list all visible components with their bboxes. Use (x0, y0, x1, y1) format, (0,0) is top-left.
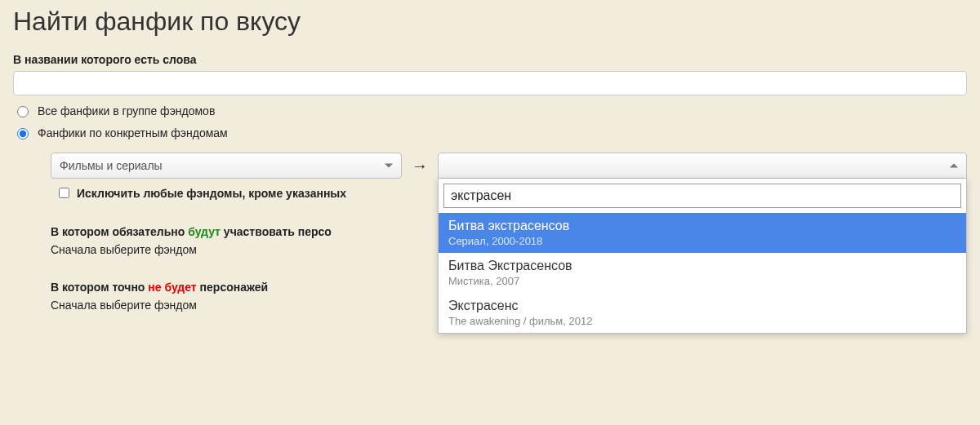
page-title: Найти фанфик по вкусу (13, 7, 967, 37)
not-emph: не будет (148, 281, 196, 294)
fandom-search-input[interactable] (443, 184, 961, 208)
suggestion-subtitle: Сериал, 2000-2018 (448, 235, 956, 247)
chevron-up-icon (950, 164, 958, 168)
radio-all-fandoms-input[interactable] (17, 106, 29, 117)
radio-specific-fandoms-label: Фанфики по конкретным фэндомам (38, 126, 228, 139)
exclude-checkbox[interactable] (59, 188, 69, 198)
suggestion-item[interactable]: Экстрасенс The awakening / фильм, 2012 (439, 293, 966, 333)
chevron-down-icon (385, 164, 393, 168)
radio-all-fandoms[interactable]: Все фанфики в группе фэндомов (13, 104, 967, 117)
fandom-combobox: Битва экстрасенсов Сериал, 2000-2018 Бит… (438, 153, 967, 179)
radio-specific-fandoms-input[interactable] (17, 128, 29, 139)
title-contains-label: В названии которого есть слова (13, 53, 967, 66)
must-post-text: участвовать персо (220, 225, 332, 238)
must-pre-text: В котором обязательно (51, 225, 188, 238)
suggestion-subtitle: The awakening / фильм, 2012 (448, 315, 956, 327)
not-pre-text: В котором точно (51, 281, 148, 294)
fandom-dropdown: Битва экстрасенсов Сериал, 2000-2018 Бит… (438, 179, 967, 334)
suggestion-title: Экстрасенс (448, 299, 956, 313)
suggestion-title: Битва Экстрасенсов (448, 259, 956, 273)
suggestion-item[interactable]: Битва Экстрасенсов Мистика, 2007 (439, 253, 966, 293)
search-page: Найти фанфик по вкусу В названии которог… (0, 7, 980, 425)
title-contains-input[interactable] (13, 71, 967, 95)
suggestion-item[interactable]: Битва экстрасенсов Сериал, 2000-2018 (439, 213, 966, 253)
exclude-label: Исключить любые фэндомы, кроме указанных (77, 187, 346, 200)
arrow-icon: → (410, 153, 430, 179)
not-post-text: персонажей (197, 281, 268, 294)
suggestion-subtitle: Мистика, 2007 (448, 275, 956, 287)
suggestion-title: Битва экстрасенсов (448, 219, 956, 233)
category-select-value: Фильмы и сериалы (60, 159, 163, 172)
fandom-picker-row: Фильмы и сериалы → Битва экстрасенсов Се… (51, 153, 967, 179)
radio-all-fandoms-label: Все фанфики в группе фэндомов (38, 104, 215, 117)
must-emph: будут (188, 225, 220, 238)
radio-specific-fandoms[interactable]: Фанфики по конкретным фэндомам (13, 126, 967, 139)
fandom-combobox-toggle[interactable] (438, 153, 967, 179)
fandom-search-wrapper (439, 179, 966, 213)
category-select[interactable]: Фильмы и сериалы (51, 153, 402, 179)
